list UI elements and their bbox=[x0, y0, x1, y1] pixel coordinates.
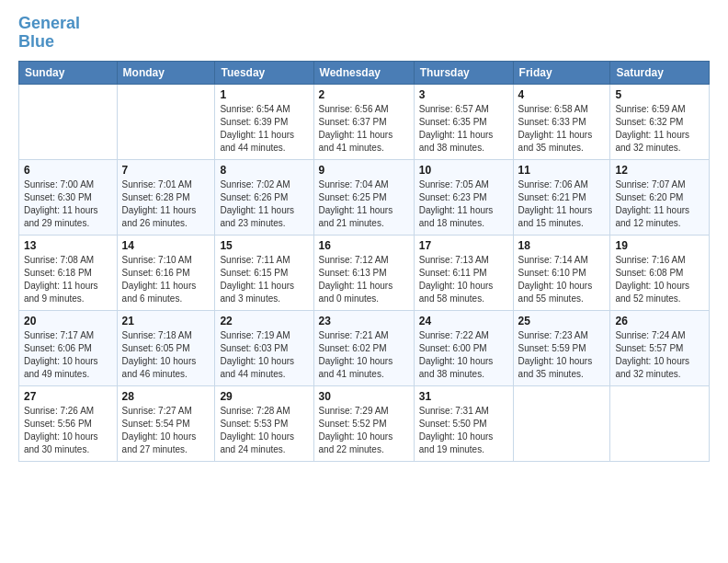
day-number: 11 bbox=[518, 164, 606, 177]
calendar-cell: 19Sunrise: 7:16 AM Sunset: 6:08 PM Dayli… bbox=[610, 235, 710, 310]
calendar-cell: 27Sunrise: 7:26 AM Sunset: 5:56 PM Dayli… bbox=[19, 385, 118, 461]
logo: General Blue GeneralBlue bbox=[18, 15, 80, 52]
day-number: 21 bbox=[122, 315, 210, 327]
calendar-cell: 7Sunrise: 7:01 AM Sunset: 6:28 PM Daylig… bbox=[117, 159, 215, 235]
calendar-cell: 17Sunrise: 7:13 AM Sunset: 6:11 PM Dayli… bbox=[414, 235, 513, 310]
day-info: Sunrise: 7:00 AM Sunset: 6:30 PM Dayligh… bbox=[24, 178, 112, 230]
day-info: Sunrise: 7:02 AM Sunset: 6:26 PM Dayligh… bbox=[220, 178, 308, 230]
calendar-cell: 20Sunrise: 7:17 AM Sunset: 6:06 PM Dayli… bbox=[19, 310, 118, 385]
day-info: Sunrise: 7:13 AM Sunset: 6:11 PM Dayligh… bbox=[419, 254, 508, 305]
day-number: 2 bbox=[319, 88, 409, 101]
day-info: Sunrise: 7:19 AM Sunset: 6:03 PM Dayligh… bbox=[220, 329, 308, 381]
calendar-cell: 13Sunrise: 7:08 AM Sunset: 6:18 PM Dayli… bbox=[19, 235, 118, 310]
day-number: 15 bbox=[220, 239, 308, 252]
day-info: Sunrise: 7:06 AM Sunset: 6:21 PM Dayligh… bbox=[518, 178, 606, 230]
day-number: 12 bbox=[615, 164, 704, 177]
day-number: 7 bbox=[122, 164, 210, 177]
calendar-cell: 28Sunrise: 7:27 AM Sunset: 5:54 PM Dayli… bbox=[117, 385, 215, 461]
day-number: 14 bbox=[122, 239, 210, 252]
calendar-cell: 31Sunrise: 7:31 AM Sunset: 5:50 PM Dayli… bbox=[414, 385, 513, 461]
day-number: 5 bbox=[615, 88, 704, 101]
day-info: Sunrise: 7:08 AM Sunset: 6:18 PM Dayligh… bbox=[24, 254, 112, 305]
calendar-col-header: Friday bbox=[513, 61, 610, 84]
header: General Blue GeneralBlue bbox=[18, 15, 710, 52]
calendar-cell: 30Sunrise: 7:29 AM Sunset: 5:52 PM Dayli… bbox=[313, 385, 414, 461]
day-number: 1 bbox=[220, 88, 308, 101]
day-number: 19 bbox=[615, 239, 704, 252]
calendar-cell: 10Sunrise: 7:05 AM Sunset: 6:23 PM Dayli… bbox=[414, 159, 513, 235]
calendar-col-header: Sunday bbox=[19, 61, 118, 84]
calendar-week-row: 20Sunrise: 7:17 AM Sunset: 6:06 PM Dayli… bbox=[19, 310, 710, 385]
calendar-col-header: Tuesday bbox=[215, 61, 313, 84]
day-info: Sunrise: 7:01 AM Sunset: 6:28 PM Dayligh… bbox=[122, 178, 210, 230]
calendar-week-row: 13Sunrise: 7:08 AM Sunset: 6:18 PM Dayli… bbox=[19, 235, 710, 310]
day-number: 30 bbox=[319, 390, 409, 403]
day-info: Sunrise: 7:05 AM Sunset: 6:23 PM Dayligh… bbox=[419, 178, 508, 230]
day-number: 10 bbox=[419, 164, 508, 177]
calendar-cell: 14Sunrise: 7:10 AM Sunset: 6:16 PM Dayli… bbox=[117, 235, 215, 310]
calendar-cell: 18Sunrise: 7:14 AM Sunset: 6:10 PM Dayli… bbox=[513, 235, 610, 310]
day-number: 13 bbox=[24, 239, 112, 252]
day-number: 28 bbox=[122, 390, 210, 403]
day-number: 31 bbox=[419, 390, 508, 403]
day-info: Sunrise: 7:22 AM Sunset: 6:00 PM Dayligh… bbox=[419, 329, 508, 381]
day-info: Sunrise: 7:10 AM Sunset: 6:16 PM Dayligh… bbox=[122, 254, 210, 305]
day-number: 26 bbox=[615, 315, 704, 327]
day-info: Sunrise: 7:31 AM Sunset: 5:50 PM Dayligh… bbox=[419, 405, 508, 456]
calendar-col-header: Wednesday bbox=[313, 61, 414, 84]
day-info: Sunrise: 7:04 AM Sunset: 6:25 PM Dayligh… bbox=[319, 178, 409, 230]
calendar-cell: 5Sunrise: 6:59 AM Sunset: 6:32 PM Daylig… bbox=[610, 84, 710, 159]
day-info: Sunrise: 7:29 AM Sunset: 5:52 PM Dayligh… bbox=[319, 405, 409, 456]
calendar-cell: 21Sunrise: 7:18 AM Sunset: 6:05 PM Dayli… bbox=[117, 310, 215, 385]
calendar-cell: 25Sunrise: 7:23 AM Sunset: 5:59 PM Dayli… bbox=[513, 310, 610, 385]
day-info: Sunrise: 7:18 AM Sunset: 6:05 PM Dayligh… bbox=[122, 329, 210, 381]
calendar-cell: 24Sunrise: 7:22 AM Sunset: 6:00 PM Dayli… bbox=[414, 310, 513, 385]
calendar-week-row: 1Sunrise: 6:54 AM Sunset: 6:39 PM Daylig… bbox=[19, 84, 710, 159]
day-info: Sunrise: 6:57 AM Sunset: 6:35 PM Dayligh… bbox=[419, 103, 508, 155]
day-number: 9 bbox=[319, 164, 409, 177]
day-number: 20 bbox=[24, 315, 112, 327]
day-number: 29 bbox=[220, 390, 308, 403]
calendar-cell bbox=[19, 84, 118, 159]
day-info: Sunrise: 6:59 AM Sunset: 6:32 PM Dayligh… bbox=[615, 103, 704, 155]
day-number: 4 bbox=[518, 88, 606, 101]
day-info: Sunrise: 6:58 AM Sunset: 6:33 PM Dayligh… bbox=[518, 103, 606, 155]
calendar-week-row: 27Sunrise: 7:26 AM Sunset: 5:56 PM Dayli… bbox=[19, 385, 710, 461]
calendar-cell: 23Sunrise: 7:21 AM Sunset: 6:02 PM Dayli… bbox=[313, 310, 414, 385]
calendar-table: SundayMondayTuesdayWednesdayThursdayFrid… bbox=[18, 61, 710, 462]
day-info: Sunrise: 6:54 AM Sunset: 6:39 PM Dayligh… bbox=[220, 103, 308, 155]
day-number: 6 bbox=[24, 164, 112, 177]
day-info: Sunrise: 7:28 AM Sunset: 5:53 PM Dayligh… bbox=[220, 405, 308, 456]
day-info: Sunrise: 7:11 AM Sunset: 6:15 PM Dayligh… bbox=[220, 254, 308, 305]
day-number: 3 bbox=[419, 88, 508, 101]
calendar-cell: 8Sunrise: 7:02 AM Sunset: 6:26 PM Daylig… bbox=[215, 159, 313, 235]
calendar-header-row: SundayMondayTuesdayWednesdayThursdayFrid… bbox=[19, 61, 710, 84]
calendar-col-header: Saturday bbox=[610, 61, 710, 84]
calendar-cell: 29Sunrise: 7:28 AM Sunset: 5:53 PM Dayli… bbox=[215, 385, 313, 461]
day-info: Sunrise: 7:07 AM Sunset: 6:20 PM Dayligh… bbox=[615, 178, 704, 230]
day-number: 23 bbox=[319, 315, 409, 327]
day-info: Sunrise: 6:56 AM Sunset: 6:37 PM Dayligh… bbox=[319, 103, 409, 155]
calendar-week-row: 6Sunrise: 7:00 AM Sunset: 6:30 PM Daylig… bbox=[19, 159, 710, 235]
calendar-cell: 26Sunrise: 7:24 AM Sunset: 5:57 PM Dayli… bbox=[610, 310, 710, 385]
day-info: Sunrise: 7:17 AM Sunset: 6:06 PM Dayligh… bbox=[24, 329, 112, 381]
day-number: 8 bbox=[220, 164, 308, 177]
calendar-cell: 12Sunrise: 7:07 AM Sunset: 6:20 PM Dayli… bbox=[610, 159, 710, 235]
calendar-cell: 16Sunrise: 7:12 AM Sunset: 6:13 PM Dayli… bbox=[313, 235, 414, 310]
calendar-cell: 3Sunrise: 6:57 AM Sunset: 6:35 PM Daylig… bbox=[414, 84, 513, 159]
day-number: 18 bbox=[518, 239, 606, 252]
day-number: 22 bbox=[220, 315, 308, 327]
calendar-cell: 22Sunrise: 7:19 AM Sunset: 6:03 PM Dayli… bbox=[215, 310, 313, 385]
calendar-cell: 11Sunrise: 7:06 AM Sunset: 6:21 PM Dayli… bbox=[513, 159, 610, 235]
day-number: 27 bbox=[24, 390, 112, 403]
calendar-cell: 15Sunrise: 7:11 AM Sunset: 6:15 PM Dayli… bbox=[215, 235, 313, 310]
day-info: Sunrise: 7:12 AM Sunset: 6:13 PM Dayligh… bbox=[319, 254, 409, 305]
page: General Blue GeneralBlue SundayMondayTue… bbox=[0, 0, 728, 471]
logo-text: GeneralBlue bbox=[18, 15, 80, 52]
day-number: 16 bbox=[319, 239, 409, 252]
calendar-col-header: Monday bbox=[117, 61, 215, 84]
calendar-cell bbox=[513, 385, 610, 461]
day-number: 24 bbox=[419, 315, 508, 327]
day-info: Sunrise: 7:21 AM Sunset: 6:02 PM Dayligh… bbox=[319, 329, 409, 381]
calendar-cell bbox=[610, 385, 710, 461]
